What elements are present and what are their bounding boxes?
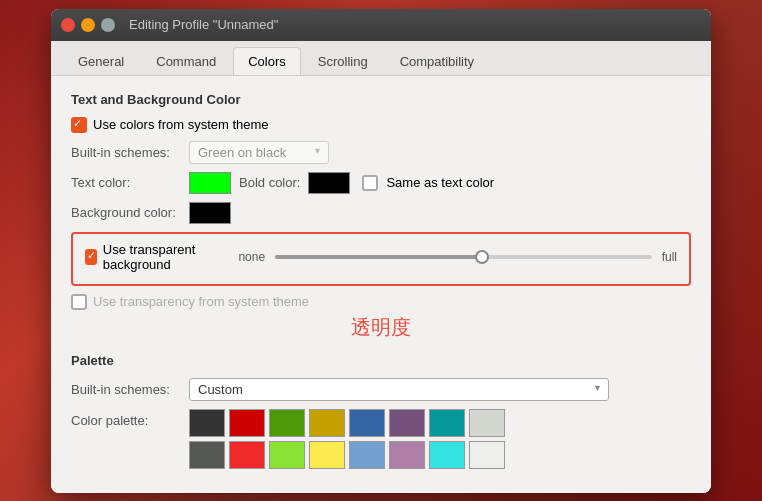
tabs-bar: General Command Colors Scrolling Compati… <box>51 41 711 76</box>
use-system-colors-label: Use colors from system theme <box>93 117 269 132</box>
palette-schemes-row: Built-in schemes: Custom <box>71 378 691 401</box>
slider-fill <box>275 255 482 259</box>
full-label: full <box>662 250 677 264</box>
builtin-schemes-label: Built-in schemes: <box>71 145 181 160</box>
use-transparent-checkbox[interactable] <box>85 249 97 265</box>
tab-scrolling[interactable]: Scrolling <box>303 47 383 75</box>
use-transparency-system-checkbox[interactable] <box>71 294 87 310</box>
use-transparent-row: Use transparent background none full <box>85 242 677 272</box>
chinese-label: 透明度 <box>71 314 691 341</box>
palette-color-r1-7[interactable] <box>469 409 505 437</box>
titlebar: Editing Profile "Unnamed" <box>51 9 711 41</box>
palette-color-r1-4[interactable] <box>349 409 385 437</box>
transparency-box: Use transparent background none full <box>71 232 691 286</box>
bold-color-label: Bold color: <box>239 175 300 190</box>
palette-color-r2-0[interactable] <box>189 441 225 469</box>
palette-color-r2-1[interactable] <box>229 441 265 469</box>
palette-color-r2-7[interactable] <box>469 441 505 469</box>
palette-color-r1-3[interactable] <box>309 409 345 437</box>
bg-color-row: Background color: <box>71 202 691 224</box>
maximize-button[interactable] <box>101 18 115 32</box>
palette-color-r1-5[interactable] <box>389 409 425 437</box>
tab-colors[interactable]: Colors <box>233 47 301 75</box>
palette-color-r1-2[interactable] <box>269 409 305 437</box>
bold-color-swatch[interactable] <box>308 172 350 194</box>
palette-section: Palette Built-in schemes: Custom Color p… <box>71 353 691 469</box>
use-transparency-system-row: Use transparency from system theme <box>71 294 691 310</box>
none-label: none <box>238 250 265 264</box>
palette-color-r1-6[interactable] <box>429 409 465 437</box>
tab-command[interactable]: Command <box>141 47 231 75</box>
text-bg-section-title: Text and Background Color <box>71 92 691 107</box>
window-title: Editing Profile "Unnamed" <box>129 17 278 32</box>
palette-row2 <box>189 441 505 469</box>
minimize-button[interactable] <box>81 18 95 32</box>
close-button[interactable] <box>61 18 75 32</box>
palette-color-r2-2[interactable] <box>269 441 305 469</box>
transparency-slider-thumb[interactable] <box>475 250 489 264</box>
palette-color-r2-6[interactable] <box>429 441 465 469</box>
tab-compatibility[interactable]: Compatibility <box>385 47 489 75</box>
color-palette-row: Color palette: <box>71 409 691 469</box>
bg-color-swatch[interactable] <box>189 202 231 224</box>
palette-schemes-label: Built-in schemes: <box>71 382 181 397</box>
palette-colors-wrapper <box>189 409 505 469</box>
use-transparency-system-label: Use transparency from system theme <box>93 294 309 309</box>
palette-color-r1-1[interactable] <box>229 409 265 437</box>
palette-row1 <box>189 409 505 437</box>
tab-general[interactable]: General <box>63 47 139 75</box>
color-palette-label: Color palette: <box>71 413 181 428</box>
text-color-swatch[interactable] <box>189 172 231 194</box>
palette-schemes-dropdown[interactable]: Custom <box>189 378 609 401</box>
builtin-schemes-row: Built-in schemes: Green on black <box>71 141 691 164</box>
builtin-schemes-dropdown[interactable]: Green on black <box>189 141 329 164</box>
palette-color-r2-5[interactable] <box>389 441 425 469</box>
transparency-slider-track <box>275 255 652 259</box>
same-as-text-label: Same as text color <box>386 175 494 190</box>
palette-color-r2-3[interactable] <box>309 441 345 469</box>
palette-section-title: Palette <box>71 353 691 368</box>
use-system-colors-checkbox[interactable] <box>71 117 87 133</box>
palette-color-r1-0[interactable] <box>189 409 225 437</box>
main-window: Editing Profile "Unnamed" General Comman… <box>51 9 711 493</box>
content-area: Text and Background Color Use colors fro… <box>51 76 711 493</box>
palette-color-r2-4[interactable] <box>349 441 385 469</box>
bg-color-label: Background color: <box>71 205 181 220</box>
same-as-text-checkbox[interactable] <box>362 175 378 191</box>
use-system-colors-row: Use colors from system theme <box>71 117 691 133</box>
use-transparent-label: Use transparent background <box>103 242 225 272</box>
color-row: Text color: Bold color: Same as text col… <box>71 172 691 194</box>
text-color-label: Text color: <box>71 175 181 190</box>
